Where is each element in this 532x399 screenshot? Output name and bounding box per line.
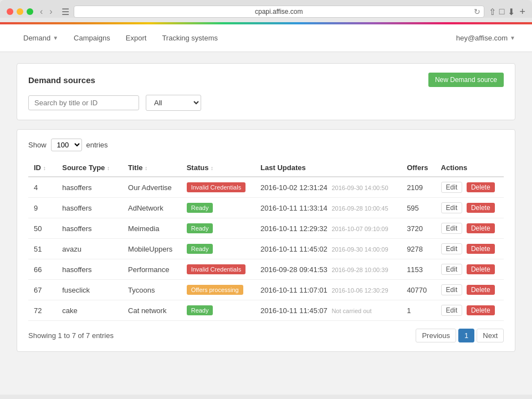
cell-title: Cat network (122, 300, 181, 321)
entries-label: entries (86, 141, 108, 149)
col-id[interactable]: ID ↕ (28, 159, 57, 177)
delete-button[interactable]: Delete (467, 285, 495, 295)
next-button[interactable]: Next (477, 329, 504, 342)
edit-button[interactable]: Edit (441, 182, 463, 193)
cell-title: AdNetwork (122, 198, 181, 218)
sort-id-icon: ↕ (43, 165, 50, 171)
browser-chrome: ‹ › ☰ cpapi.affise.com ↻ ⇧ □ ⬇ + (0, 0, 532, 18)
edit-button[interactable]: Edit (441, 243, 463, 254)
col-actions: Actions (436, 159, 504, 177)
nav-export[interactable]: Export (119, 30, 154, 45)
address-bar[interactable]: cpapi.affise.com ↻ (74, 6, 484, 18)
cell-source-type: hasoffers (57, 218, 122, 239)
cell-actions: Edit Delete (436, 198, 504, 218)
cell-id: 72 (28, 300, 57, 321)
col-offers[interactable]: Offers (401, 159, 435, 177)
nav-campaigns[interactable]: Campaigns (67, 30, 117, 45)
search-input[interactable] (28, 95, 139, 110)
cell-title: Meimedia (122, 218, 181, 239)
last-update-main: 2016-10-02 12:31:24 (260, 183, 328, 192)
edit-button[interactable]: Edit (441, 284, 463, 295)
sort-status-icon: ↕ (211, 165, 217, 171)
share-button[interactable]: ⇧ (489, 7, 496, 17)
table-row: 67 fuseclick Tycoons Offers processing 2… (28, 280, 504, 300)
page-content: Demand sources New Demand source All Sho… (0, 52, 532, 363)
nav-tracking-systems[interactable]: Tracking systems (155, 30, 224, 45)
show-entries-row: Show 100 entries (28, 139, 504, 151)
table-row: 51 avazu MobileUppers Ready 2016-10-11 1… (28, 239, 504, 259)
last-update-main: 2016-10-11 11:33:14 (260, 204, 328, 212)
entries-select[interactable]: 100 (51, 139, 82, 151)
cell-offers: 1153 (401, 259, 435, 280)
cell-title: Our Advertise (122, 177, 181, 198)
sidebar-toggle-button[interactable]: ☰ (62, 7, 69, 17)
cell-last-updates: 2016-09-28 09:41:53 2016-09-28 10:00:39 (255, 259, 401, 280)
status-badge: Offers processing (187, 285, 243, 295)
cell-last-updates: 2016-10-02 12:31:24 2016-09-30 14:00:50 (255, 177, 401, 198)
duplicate-button[interactable]: □ (499, 7, 505, 17)
delete-button[interactable]: Delete (467, 203, 495, 213)
new-tab-button[interactable]: + (519, 6, 525, 18)
table-row: 50 hasoffers Meimedia Ready 2016-10-11 1… (28, 218, 504, 239)
cell-offers: 3720 (401, 218, 435, 239)
delete-button[interactable]: Delete (467, 305, 495, 315)
cell-last-updates: 2016-10-11 11:33:14 2016-09-28 10:00:45 (255, 198, 401, 218)
cell-id: 66 (28, 259, 57, 280)
cell-actions: Edit Delete (436, 218, 504, 239)
table-row: 66 hasoffers Performance Invalid Credent… (28, 259, 504, 280)
previous-button[interactable]: Previous (416, 329, 456, 342)
back-button[interactable]: ‹ (38, 7, 45, 17)
edit-button[interactable]: Edit (441, 305, 463, 316)
last-update-main: 2016-10-11 11:45:07 (260, 306, 328, 315)
last-update-main: 2016-10-11 11:07:01 (260, 286, 328, 294)
cell-last-updates: 2016-10-11 12:29:32 2016-10-07 09:10:09 (255, 218, 401, 239)
col-status[interactable]: Status ↕ (181, 159, 255, 177)
cell-offers: 40770 (401, 280, 435, 300)
table-row: 9 hasoffers AdNetwork Ready 2016-10-11 1… (28, 198, 504, 218)
fullscreen-button[interactable] (27, 8, 33, 15)
status-filter-select[interactable]: All (146, 95, 201, 111)
user-menu[interactable]: hey@affise.com ▼ (456, 34, 515, 42)
last-update-main: 2016-10-11 11:45:02 (260, 245, 328, 253)
cell-source-type: cake (57, 300, 122, 321)
last-update-sub: Not carried out (331, 308, 371, 314)
delete-button[interactable]: Delete (467, 182, 495, 192)
close-button[interactable] (7, 8, 13, 15)
cell-status: Ready (181, 218, 255, 239)
last-update-main: 2016-10-11 12:29:32 (260, 224, 328, 233)
status-badge: Ready (187, 203, 213, 213)
cell-title: Performance (122, 259, 181, 280)
table-footer: Showing 1 to 7 of 7 entries Previous 1 N… (28, 329, 504, 342)
demand-sources-card: Demand sources New Demand source All (17, 63, 515, 120)
download-button[interactable]: ⬇ (508, 7, 515, 17)
forward-button[interactable]: › (47, 7, 54, 17)
col-last-updates[interactable]: Last Updates (255, 159, 401, 177)
new-demand-source-button[interactable]: New Demand source (428, 73, 504, 87)
cell-source-type: avazu (57, 239, 122, 259)
nav-demand[interactable]: Demand ▼ (17, 30, 65, 45)
cell-source-type: hasoffers (57, 198, 122, 218)
card-title: Demand sources (28, 75, 95, 85)
top-nav: Demand ▼ Campaigns Export Tracking syste… (0, 24, 532, 52)
cell-actions: Edit Delete (436, 259, 504, 280)
col-source-type[interactable]: Source Type ↕ (57, 159, 122, 177)
col-title[interactable]: Title ↕ (122, 159, 181, 177)
cell-actions: Edit Delete (436, 177, 504, 198)
minimize-button[interactable] (17, 8, 23, 15)
sort-source-type-icon: ↕ (107, 165, 114, 171)
delete-button[interactable]: Delete (467, 264, 495, 274)
delete-button[interactable]: Delete (467, 223, 495, 233)
app-body: Demand ▼ Campaigns Export Tracking syste… (0, 24, 532, 395)
status-badge: Ready (187, 305, 213, 315)
edit-button[interactable]: Edit (441, 202, 463, 213)
page-1-button[interactable]: 1 (458, 329, 474, 342)
delete-button[interactable]: Delete (467, 244, 495, 254)
cell-source-type: hasoffers (57, 259, 122, 280)
edit-button[interactable]: Edit (441, 223, 463, 234)
cell-id: 50 (28, 218, 57, 239)
table-card: Show 100 entries ID ↕ Source Type (17, 129, 515, 352)
cell-status: Ready (181, 239, 255, 259)
edit-button[interactable]: Edit (441, 264, 463, 275)
status-badge: Invalid Credentials (187, 182, 246, 192)
reload-button[interactable]: ↻ (474, 7, 480, 16)
